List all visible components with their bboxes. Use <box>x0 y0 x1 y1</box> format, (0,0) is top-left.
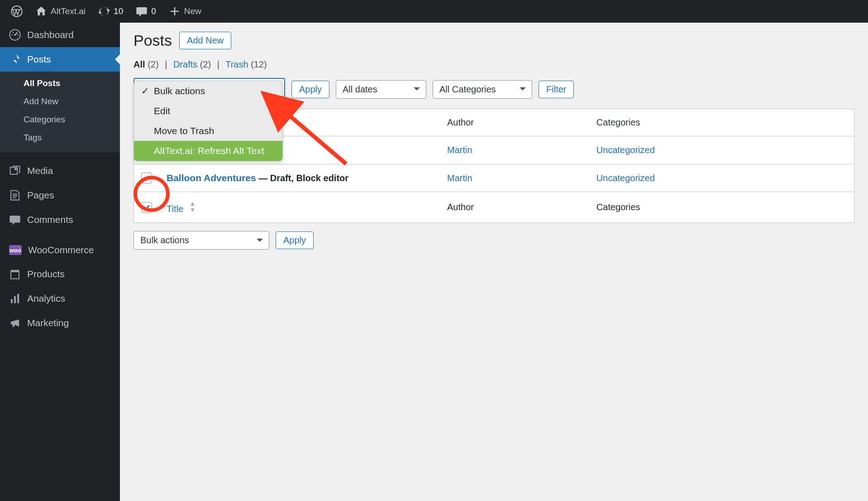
svg-point-5 <box>13 32 14 34</box>
admin-sidebar: Dashboard Posts All Posts Add New Catego… <box>0 23 120 259</box>
bulk-option-trash[interactable]: Move to Trash <box>134 121 282 141</box>
status-filter-links: All (2) | Drafts (2) | Trash (12) <box>134 59 854 70</box>
menu-woocommerce[interactable]: woo WooCommerce <box>0 238 120 259</box>
row-checkbox[interactable] <box>141 173 152 183</box>
wordpress-icon <box>11 5 23 17</box>
bulk-option-edit[interactable]: Edit <box>134 101 282 121</box>
woocommerce-icon: woo <box>9 245 22 255</box>
author-link[interactable]: Martin <box>447 145 472 155</box>
wp-logo[interactable] <box>5 0 29 23</box>
bulk-bottom-value: Bulk actions <box>134 231 269 250</box>
sort-icon: ▲▼ <box>190 200 196 213</box>
svg-point-6 <box>16 32 18 34</box>
date-filter-value: All dates <box>336 80 426 99</box>
category-filter[interactable]: All Categories <box>433 80 532 99</box>
category-link[interactable]: Uncategorized <box>596 145 655 155</box>
menu-dashboard[interactable]: Dashboard <box>0 23 120 47</box>
svg-point-2 <box>14 34 16 36</box>
category-link[interactable]: Uncategorized <box>596 173 655 183</box>
bulk-actions-dropdown: Bulk actions Edit Move to Trash AltText.… <box>134 81 283 161</box>
admin-toolbar: AltText.ai 10 0 New <box>0 0 868 23</box>
table-row: Balloon Adventures — Draft, Block editor… <box>134 164 854 192</box>
menu-label: WooCommerce <box>28 245 94 255</box>
new-content-link[interactable]: New <box>162 0 208 23</box>
comments-count: 0 <box>151 6 156 16</box>
apply-button-bottom[interactable]: Apply <box>276 231 314 249</box>
media-icon <box>9 165 21 177</box>
tablenav-top: Bulk actions Edit Move to Trash AltText.… <box>134 78 854 101</box>
menu-comments[interactable]: Comments <box>0 207 120 232</box>
col-categories-footer[interactable]: Categories <box>589 192 854 223</box>
view-drafts-count: (2) <box>200 59 211 69</box>
comments-link[interactable]: 0 <box>129 0 162 23</box>
menu-label: Media <box>27 165 53 176</box>
submenu-add-new[interactable]: Add New <box>0 92 120 111</box>
content-area: Posts Add New All (2) | Drafts (2) | Tra… <box>120 23 868 259</box>
svg-point-7 <box>14 168 17 170</box>
col-title-footer[interactable]: Title <box>167 204 183 214</box>
submenu-all-posts[interactable]: All Posts <box>0 74 120 92</box>
submenu-categories[interactable]: Categories <box>0 111 120 129</box>
col-categories-header[interactable]: Categories <box>589 109 854 136</box>
new-label: New <box>184 6 201 16</box>
svg-point-3 <box>11 34 13 36</box>
site-title: AltText.ai <box>51 6 86 16</box>
category-filter-value: All Categories <box>433 80 532 99</box>
bulk-option-default[interactable]: Bulk actions <box>134 81 282 101</box>
home-icon <box>35 5 47 17</box>
pin-icon <box>9 53 21 65</box>
comment-icon <box>136 5 148 17</box>
page-icon <box>9 189 21 201</box>
filter-button[interactable]: Filter <box>539 81 574 98</box>
menu-label: Dashboard <box>27 29 74 40</box>
tablenav-bottom: Bulk actions Apply <box>134 231 854 250</box>
author-link[interactable]: Martin <box>447 173 472 183</box>
updates-link[interactable]: 10 <box>92 0 129 23</box>
apply-button-top[interactable]: Apply <box>291 81 329 98</box>
menu-pages[interactable]: Pages <box>0 183 120 207</box>
col-author-footer[interactable]: Author <box>440 192 589 223</box>
menu-label: Posts <box>27 54 51 65</box>
update-icon <box>98 5 110 17</box>
bulk-actions-select-bottom[interactable]: Bulk actions <box>134 231 269 250</box>
col-author-header[interactable]: Author <box>440 109 589 136</box>
page-header: Posts Add New <box>134 32 854 49</box>
dashboard-icon <box>9 29 21 41</box>
plus-icon <box>169 5 181 17</box>
view-all-count: (2) <box>148 59 158 69</box>
menu-posts[interactable]: Posts <box>0 47 120 72</box>
post-title-link[interactable]: Balloon Adventures <box>167 173 256 183</box>
menu-label: Pages <box>27 190 54 201</box>
post-state: — <box>258 173 270 183</box>
view-trash[interactable]: Trash <box>225 59 248 69</box>
updates-count: 10 <box>114 6 123 16</box>
post-state-text: Draft, Block editor <box>270 173 348 183</box>
menu-label: Comments <box>27 214 73 225</box>
comments-icon <box>9 214 21 226</box>
view-all[interactable]: All <box>134 59 145 69</box>
bulk-option-alttext-refresh[interactable]: AltText.ai: Refresh Alt Text <box>134 141 282 161</box>
view-trash-count: (12) <box>251 59 267 69</box>
date-filter[interactable]: All dates <box>336 80 426 99</box>
add-new-button[interactable]: Add New <box>179 32 231 49</box>
view-drafts[interactable]: Drafts <box>173 59 197 69</box>
page-title: Posts <box>134 32 172 49</box>
svg-point-4 <box>17 34 19 36</box>
posts-submenu: All Posts Add New Categories Tags <box>0 72 120 152</box>
select-all-footer[interactable] <box>141 202 152 213</box>
submenu-tags[interactable]: Tags <box>0 129 120 147</box>
site-link[interactable]: AltText.ai <box>29 0 92 23</box>
menu-media[interactable]: Media <box>0 159 120 183</box>
